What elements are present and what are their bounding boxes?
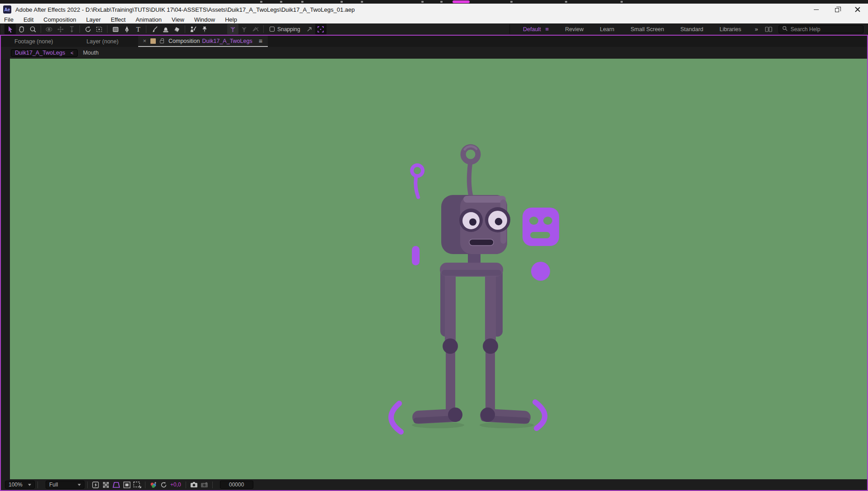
composition-navigator: Duik17_A_TwoLegs < Mouth (1, 47, 867, 59)
menu-file[interactable]: File (0, 16, 19, 23)
transparency-grid-button[interactable] (101, 480, 111, 489)
menu-view[interactable]: View (167, 16, 189, 23)
workspace-learn[interactable]: Learn (600, 26, 614, 32)
robot-antenna-stem (469, 164, 471, 197)
bottom-separator (186, 482, 186, 488)
frame-counter[interactable]: 00000 (220, 481, 253, 489)
composition-region-tool[interactable] (315, 24, 327, 34)
take-snapshot-button[interactable] (189, 480, 199, 489)
controller-ring-stem[interactable] (415, 178, 418, 197)
world-axis-mode[interactable] (238, 24, 250, 34)
workspace-standard[interactable]: Standard (681, 26, 704, 32)
pen-tool[interactable] (121, 24, 132, 34)
svg-text:T: T (136, 26, 140, 33)
restore-button[interactable] (826, 4, 847, 15)
robot-right-thigh (485, 274, 496, 349)
menu-animation[interactable]: Animation (131, 16, 167, 23)
type-tool[interactable]: T (132, 24, 144, 34)
panel-menu-icon[interactable]: ≡ (259, 37, 262, 45)
resolution-dropdown[interactable]: Full (46, 481, 84, 489)
menu-edit[interactable]: Edit (19, 16, 38, 23)
controller-ring[interactable] (412, 165, 423, 176)
menu-composition[interactable]: Composition (38, 16, 81, 23)
snapping-checkbox[interactable] (270, 27, 275, 32)
workspace-bar-icon[interactable] (765, 27, 772, 32)
zoom-about-tool[interactable] (304, 24, 315, 34)
controller-face[interactable] (523, 208, 559, 246)
tab-composition-name: Duik17_A_TwoLegs (202, 38, 252, 44)
rotation-icon (84, 26, 92, 33)
search-input[interactable] (790, 26, 858, 32)
composition-viewport[interactable] (10, 59, 867, 479)
minimize-icon (814, 9, 819, 10)
robot-left-knee (443, 338, 458, 354)
edge-highlight-pill (453, 0, 470, 3)
comp-color-chip[interactable] (150, 38, 156, 44)
tab-close-icon[interactable]: × (143, 37, 146, 44)
rectangle-tool[interactable] (110, 24, 121, 34)
controller-circle[interactable] (531, 262, 550, 281)
fast-previews-button[interactable] (90, 480, 101, 489)
chevron-down-icon (78, 484, 81, 486)
workspace-overflow-icon[interactable]: » (755, 26, 758, 32)
brush-tool[interactable] (149, 24, 160, 34)
mask-visibility-button[interactable] (111, 480, 121, 489)
orbit-camera-tool[interactable] (43, 24, 55, 34)
tab-layer[interactable]: Layer (none) (73, 36, 139, 47)
tab-layer-state: (none) (102, 38, 118, 45)
snapping-control[interactable]: Snapping (270, 26, 300, 32)
workspace-libraries[interactable]: Libraries (719, 26, 741, 32)
rgb-channels-icon (149, 481, 157, 488)
tab-footage[interactable]: Footage (none) (1, 36, 73, 47)
bottom-separator (87, 482, 88, 488)
edge-dot (260, 1, 262, 3)
fast-previews-icon (92, 482, 99, 488)
breadcrumb-comp-name[interactable]: Duik17_A_TwoLegs (15, 50, 65, 56)
minimize-button[interactable] (806, 4, 826, 15)
show-snapshot-button[interactable] (199, 480, 210, 489)
magnification-dropdown[interactable]: 100% (5, 481, 35, 489)
breadcrumb-current[interactable]: Mouth (83, 50, 99, 56)
puppet-pin-tool[interactable] (199, 24, 210, 34)
selection-tool[interactable] (5, 24, 16, 34)
tab-composition[interactable]: × Composition Duik17_A_TwoLegs ≡ (138, 36, 267, 47)
pan-camera-icon (57, 26, 64, 33)
edge-dot (341, 1, 343, 3)
breadcrumb-comp-box[interactable]: Duik17_A_TwoLegs < (11, 49, 78, 57)
roto-brush-tool[interactable] (187, 24, 199, 34)
workspace-review[interactable]: Review (565, 26, 583, 32)
exposure-value[interactable]: +0,0 (170, 482, 181, 488)
search-help-field[interactable] (779, 25, 863, 33)
clone-stamp-tool[interactable] (160, 24, 171, 34)
controller-pill[interactable] (412, 246, 420, 265)
channels-button[interactable] (148, 480, 159, 489)
grid-guides-button[interactable] (132, 480, 142, 489)
zoom-tool[interactable] (27, 24, 38, 34)
pen-icon (124, 26, 130, 33)
robot-character-canvas (10, 59, 867, 479)
region-of-interest-button[interactable] (121, 480, 132, 489)
workspace-menu-icon[interactable]: ≡ (546, 26, 549, 32)
menu-window[interactable]: Window (189, 16, 220, 23)
view-axis-mode[interactable] (250, 24, 261, 34)
workspace-small-screen[interactable]: Small Screen (630, 26, 664, 32)
menu-help[interactable]: Help (220, 16, 242, 23)
rotation-tool[interactable] (82, 24, 93, 34)
pan-behind-tool[interactable] (93, 24, 105, 34)
close-button[interactable] (847, 4, 868, 15)
menu-layer[interactable]: Layer (81, 16, 106, 23)
eraser-tool[interactable] (171, 24, 182, 34)
lock-icon[interactable] (160, 40, 164, 43)
controller-left-foot-arc[interactable] (391, 403, 401, 432)
local-axis-mode[interactable] (227, 24, 238, 34)
pan-camera-tool[interactable] (55, 24, 66, 34)
workspace-default[interactable]: Default (523, 26, 541, 32)
menu-effect[interactable]: Effect (106, 16, 131, 23)
diagonal-arrow-icon (306, 26, 313, 32)
panel-grip[interactable] (1, 25, 5, 33)
controller-right-foot-arc[interactable] (535, 402, 545, 428)
hand-tool[interactable] (16, 24, 27, 34)
reset-exposure-button[interactable] (159, 480, 169, 489)
dolly-camera-tool[interactable] (66, 24, 77, 34)
view-axis-icon (252, 26, 259, 33)
